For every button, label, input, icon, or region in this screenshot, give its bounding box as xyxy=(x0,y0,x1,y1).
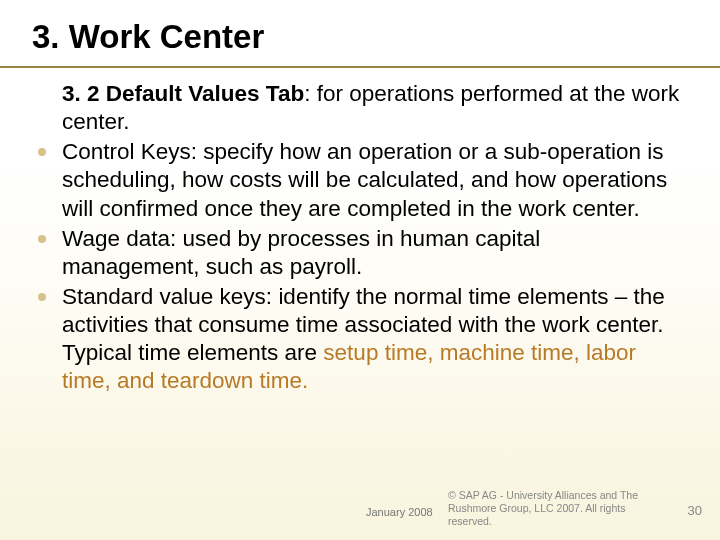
slide: 3. Work Center 3. 2 Default Values Tab: … xyxy=(0,0,720,540)
slide-body: 3. 2 Default Values Tab: for operations … xyxy=(30,80,680,395)
bullet-wage-data: Wage data: used by processes in human ca… xyxy=(30,225,680,281)
bullet-text: Control Keys: specify how an operation o… xyxy=(62,139,667,220)
lead-bold: 3. 2 Default Values Tab xyxy=(62,81,304,106)
title-underline xyxy=(0,66,720,68)
footer-date: January 2008 xyxy=(366,506,433,518)
lead-paragraph: 3. 2 Default Values Tab: for operations … xyxy=(30,80,680,136)
footer-copyright: © SAP AG - University Alliances and The … xyxy=(448,489,648,528)
slide-title: 3. Work Center xyxy=(32,18,264,56)
bullet-standard-value-keys: Standard value keys: identify the normal… xyxy=(30,283,680,396)
bullet-text: Wage data: used by processes in human ca… xyxy=(62,226,540,279)
footer-page-number: 30 xyxy=(688,503,702,518)
bullet-control-keys: Control Keys: specify how an operation o… xyxy=(30,138,680,222)
